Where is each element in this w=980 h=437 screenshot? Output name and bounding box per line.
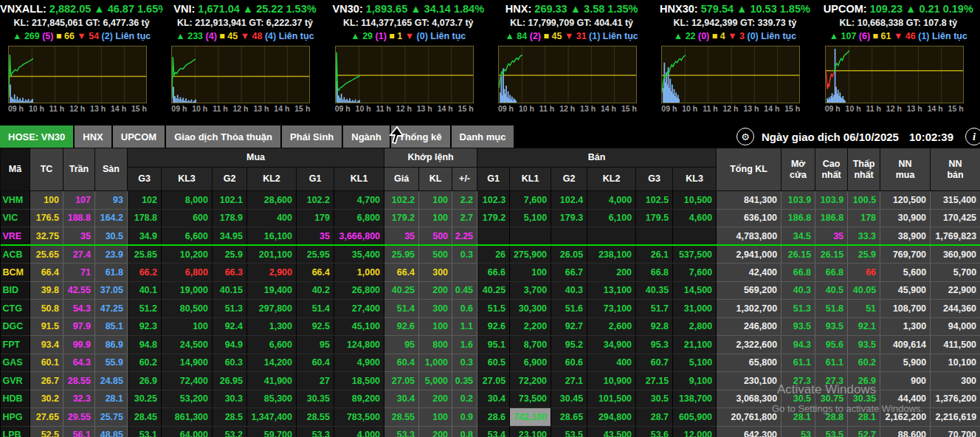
- tab-giao-dich-thoa-thuan[interactable]: Giao dịch Thỏa thuận: [166, 125, 280, 148]
- ceiling-price[interactable]: 27.4: [63, 245, 95, 264]
- floor-price[interactable]: 48.85: [95, 426, 128, 437]
- foreign-sell[interactable]: 94,000: [931, 317, 980, 336]
- sell-cell-1[interactable]: 5,100: [510, 209, 551, 227]
- buy-cell-5[interactable]: 4,700: [334, 191, 384, 210]
- buy-cell-4[interactable]: 66.4: [297, 264, 334, 282]
- sell-cell-4[interactable]: [636, 227, 673, 246]
- buy-cell-4[interactable]: 40.2: [297, 281, 334, 300]
- total-volume[interactable]: 636,100: [717, 209, 781, 227]
- buy-cell-4[interactable]: 95: [297, 336, 334, 354]
- buy-cell-5[interactable]: 4,000: [334, 426, 384, 437]
- sell-cell-0[interactable]: 30.4: [477, 390, 510, 408]
- buy-cell-4[interactable]: 179: [297, 209, 334, 227]
- buy-cell-1[interactable]: 19,000: [162, 281, 213, 300]
- match-cell-0[interactable]: 92.6: [384, 317, 419, 336]
- foreign-buy[interactable]: 45,900: [880, 281, 931, 300]
- match-cell-0[interactable]: 25.95: [384, 245, 419, 264]
- sell-cell-1[interactable]: 8,700: [510, 336, 551, 354]
- foreign-sell[interactable]: 2,216,619: [931, 408, 980, 427]
- stock-code[interactable]: GVR: [1, 372, 30, 390]
- total-volume[interactable]: 4,783,800: [717, 227, 781, 246]
- foreign-buy[interactable]: 900: [880, 372, 931, 390]
- open-price[interactable]: 26.15: [781, 245, 815, 264]
- match-cell-2[interactable]: 2.7: [452, 209, 477, 227]
- foreign-sell[interactable]: 360,900: [931, 245, 980, 264]
- match-cell-2[interactable]: 2.25: [452, 227, 477, 246]
- buy-cell-3[interactable]: 28,600: [247, 191, 297, 210]
- sell-cell-1[interactable]: 30,300: [510, 300, 551, 318]
- sell-cell-5[interactable]: 31,000: [673, 300, 717, 318]
- match-cell-1[interactable]: 100: [419, 408, 452, 427]
- sell-cell-0[interactable]: 53.4: [477, 426, 510, 437]
- foreign-buy[interactable]: 769,700: [880, 245, 931, 264]
- buy-cell-0[interactable]: 60.2: [128, 354, 162, 372]
- buy-cell-3[interactable]: 59,700: [247, 426, 297, 437]
- ref-price[interactable]: 66.4: [30, 264, 63, 282]
- sell-cell-5[interactable]: 21,100: [673, 336, 717, 354]
- buy-cell-5[interactable]: 3,666,800: [334, 227, 384, 246]
- high-price[interactable]: 35: [815, 227, 848, 246]
- buy-cell-2[interactable]: 34.95: [213, 227, 247, 246]
- stock-code[interactable]: CTG: [1, 300, 30, 318]
- sell-cell-4[interactable]: 30.5: [636, 390, 673, 408]
- buy-cell-3[interactable]: 2,900: [247, 264, 297, 282]
- high-price[interactable]: 61.1: [815, 354, 848, 372]
- sell-cell-1[interactable]: 7,600: [510, 191, 551, 210]
- total-volume[interactable]: 65,800: [717, 354, 781, 372]
- match-cell-2[interactable]: 0.35: [452, 372, 477, 390]
- total-volume[interactable]: 841,300: [717, 191, 781, 210]
- sell-cell-3[interactable]: 13,100: [587, 281, 636, 300]
- high-price[interactable]: 186.8: [815, 209, 848, 227]
- match-cell-1[interactable]: 500: [419, 245, 452, 264]
- sell-cell-2[interactable]: 26.05: [551, 245, 587, 264]
- match-cell-1[interactable]: 200: [419, 281, 452, 300]
- ceiling-price[interactable]: 64.3: [63, 354, 95, 372]
- ref-price[interactable]: 39.8: [30, 281, 63, 300]
- buy-cell-3[interactable]: 297,800: [247, 300, 297, 318]
- sell-cell-5[interactable]: 2,800: [673, 317, 717, 336]
- ceiling-price[interactable]: 97.9: [63, 317, 95, 336]
- ceiling-price[interactable]: 29.55: [63, 408, 95, 427]
- sell-cell-3[interactable]: [587, 227, 636, 246]
- stock-code[interactable]: GAS: [1, 354, 30, 372]
- buy-cell-0[interactable]: 40.1: [128, 281, 162, 300]
- sell-cell-3[interactable]: 400: [587, 354, 636, 372]
- buy-cell-1[interactable]: 14,900: [162, 354, 213, 372]
- buy-cell-3[interactable]: 41,900: [247, 372, 297, 390]
- open-price[interactable]: 93.5: [781, 317, 815, 336]
- sell-cell-2[interactable]: 40.3: [551, 281, 587, 300]
- buy-cell-3[interactable]: 16,100: [247, 227, 297, 246]
- sell-cell-1[interactable]: 73,500: [510, 390, 551, 408]
- sell-cell-0[interactable]: 95.1: [477, 336, 510, 354]
- sell-cell-2[interactable]: 28.65: [551, 408, 587, 427]
- sell-cell-2[interactable]: 30.45: [551, 390, 587, 408]
- ceiling-price[interactable]: 28.55: [63, 372, 95, 390]
- sell-cell-0[interactable]: [477, 227, 510, 246]
- ref-price[interactable]: 50.8: [30, 300, 63, 318]
- buy-cell-3[interactable]: 400: [247, 209, 297, 227]
- quote-row-vic[interactable]: VIC176.5188.8164.2178.8600178.94001796,8…: [1, 209, 980, 227]
- buy-cell-2[interactable]: 53.2: [213, 426, 247, 437]
- buy-cell-2[interactable]: 51.3: [213, 300, 247, 318]
- buy-cell-3[interactable]: 14,200: [247, 354, 297, 372]
- sell-cell-0[interactable]: 66.6: [477, 264, 510, 282]
- quote-row-bcm[interactable]: BCM66.47161.866.26,80066.32,90066.41,000…: [1, 264, 980, 282]
- quote-row-vhm[interactable]: VHM100107931028,000102.128,600102.24,700…: [1, 191, 980, 210]
- open-price[interactable]: 53: [781, 426, 815, 437]
- sell-cell-3[interactable]: 10,900: [587, 372, 636, 390]
- sell-cell-3[interactable]: 6,100: [587, 209, 636, 227]
- buy-cell-4[interactable]: 92.5: [297, 317, 334, 336]
- buy-cell-3[interactable]: 201,100: [247, 245, 297, 264]
- buy-cell-0[interactable]: 30.25: [128, 390, 162, 408]
- buy-cell-3[interactable]: 6,600: [247, 336, 297, 354]
- low-price[interactable]: 33.3: [848, 227, 880, 246]
- buy-cell-1[interactable]: 80,500: [162, 300, 213, 318]
- foreign-sell[interactable]: 300: [931, 372, 980, 390]
- match-cell-0[interactable]: 66.4: [384, 264, 419, 282]
- buy-cell-1[interactable]: 861,300: [162, 408, 213, 427]
- buy-cell-3[interactable]: 19,400: [247, 281, 297, 300]
- ceiling-price[interactable]: 35: [63, 227, 95, 246]
- match-cell-2[interactable]: 0.9: [452, 408, 477, 427]
- match-cell-1[interactable]: 500: [419, 227, 452, 246]
- match-cell-1[interactable]: 200: [419, 426, 452, 437]
